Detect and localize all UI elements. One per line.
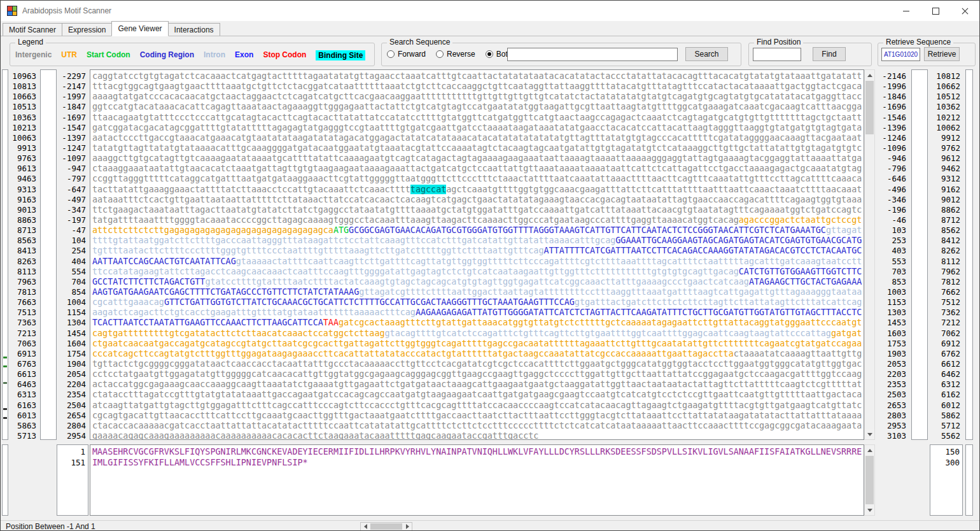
seq-segment-g: atcaagttatgattgtagcttgtggagatttctttcagcc… — [92, 400, 862, 410]
protein-panel[interactable]: MAASEHRCVGCGFRVKSLFIQYSPGNIRLMKCGNCKEVAD… — [90, 444, 864, 516]
sequence-row[interactable]: caggtatcctgtgtagatctcacaaactcatgagtacttt… — [92, 71, 864, 81]
sequence-row[interactable]: ctacaccacaaaaacgatcacctaattattattacatata… — [92, 421, 864, 431]
scroll-right-icon[interactable] — [403, 523, 412, 530]
sequence-row[interactable]: gaaaacagagcaaagaaaaaaaaacaaaaaaaaaacacac… — [92, 431, 864, 440]
seq-segment-g: gatcggatacgacatagcggattttgtatatttttagaga… — [92, 123, 862, 132]
sequence-row[interactable]: TCACTTAATCCTAATATTGAAGTTCCAAACTTCTTAAGCA… — [92, 318, 864, 328]
seq-segment-u: gatcgcactaaagtttcttgtattgattaaacatggtgtt… — [339, 318, 862, 327]
sequence-row[interactable]: cgcagtgacattgttaacacctttcattccttgcaaatgc… — [92, 411, 864, 421]
scrollbar-thumb[interactable] — [865, 456, 874, 504]
scroll-down-icon[interactable] — [865, 505, 874, 515]
sequence-row[interactable]: actaccatggcgagaaagcaaccaaaggcaagttaaatat… — [92, 379, 864, 390]
hscrollbar-thumb[interactable] — [370, 523, 402, 530]
sequence-row[interactable]: aagatctcagacttctgtcacctgaagatttgttttatgt… — [92, 308, 864, 318]
position-label: 7813 — [10, 287, 36, 297]
radio-forward[interactable]: Forward — [387, 50, 426, 59]
position-label: 9312 — [930, 174, 960, 184]
position-label: -2147 — [59, 81, 86, 92]
sequence-row[interactable]: GCCTATCTTCTTCTAGACTGTTgtatccttttgtatttta… — [92, 277, 864, 287]
search-input[interactable] — [507, 48, 678, 61]
sequence-row[interactable]: ctgaatcaacaatgaccagatgcatagccgtatgcttaat… — [92, 339, 864, 349]
sequence-row[interactable]: ttctgaagactaaataatttagacttaatatgtatatctt… — [92, 205, 864, 215]
position-label: 9162 — [930, 185, 960, 195]
position-label: 8112 — [930, 257, 960, 267]
sequence-row[interactable]: ttttgtattaatggatcttcttttgacccaattagggttt… — [92, 236, 864, 246]
sequence-panel[interactable]: caggtatcctgtgtagatctcacaaactcatgagtacttt… — [90, 69, 864, 440]
sequence-row[interactable]: tacttatattgaaaggaaactattttatcttaaacctcca… — [92, 185, 864, 195]
sequence-row[interactable]: ctaaaggaaataatattgtaacacatctaaatgattagtt… — [92, 164, 864, 174]
sequence-row[interactable]: ccggttagggtttttcataggcatgatttaatgatgataa… — [92, 174, 864, 184]
protein-scrollbar[interactable] — [864, 444, 875, 516]
position-label: 5712 — [930, 421, 960, 431]
protein-position-label: 300 — [930, 457, 960, 468]
position-label: 7963 — [10, 277, 36, 287]
close-button[interactable] — [950, 1, 979, 21]
gene-id-input[interactable] — [881, 48, 920, 61]
legend-items: IntergenicUTRStart CodonCoding RegionInt… — [15, 50, 365, 60]
protein-row[interactable]: MAASEHRCVGCGFRVKSLFIQYSPGNIRLMKCGNCKEVAD… — [92, 446, 864, 457]
sequence-scrollbar[interactable] — [864, 69, 875, 440]
maximize-button[interactable] — [921, 1, 950, 21]
sequence-row[interactable]: gatcggatacgacatagcggattttgtatatttttagaga… — [92, 123, 864, 133]
position-label: 403 — [878, 246, 906, 256]
sequence-row[interactable]: aaaagtatgatcccacacaacatgctaactaggaactctc… — [92, 92, 864, 102]
seq-segment-i: gtgatttactgatcttcttctcttcttagttcttattata… — [575, 297, 862, 307]
sequence-row[interactable]: tatatgttagttatatgtataaaacatttgcaaaggggat… — [92, 143, 864, 153]
protein-row[interactable]: IMLGIFISSYFKIFLLAMLVCCSFFSHLIPNIEVPNFLSI… — [92, 457, 864, 468]
position-label: 7663 — [10, 297, 36, 308]
position-label: 7512 — [930, 297, 960, 308]
sequence-row[interactable]: aatactcccttgaccgtaaacatgaaacatgtaatatata… — [92, 133, 864, 143]
search-button[interactable]: Search — [685, 47, 728, 61]
sequence-row[interactable]: cccatcagcttccagtatgtctttggtttggagataagag… — [92, 349, 864, 359]
sequence-row[interactable]: tatgattttaaattttggggtacaaataccccggcttaga… — [92, 215, 864, 225]
sequence-row[interactable]: tgttactctgcggggcgggatataactcaaccacctacaa… — [92, 359, 864, 369]
sequence-row[interactable]: ttccatatagaagtattcttagacctcaagcaacaaactc… — [92, 267, 864, 277]
scroll-down-icon[interactable] — [865, 429, 874, 439]
overview-mark — [3, 357, 7, 358]
status-hscrollbar[interactable] — [360, 522, 412, 531]
position-label: 2053 — [878, 359, 906, 369]
legend-intergenic: Intergenic — [15, 50, 52, 60]
tab-gene-viewer[interactable]: Gene Viewer — [111, 21, 168, 36]
seq-segment-g: caggtatcctgtgtagatctcacaaactcatgagtacttt… — [92, 71, 862, 81]
scroll-up-icon[interactable] — [865, 445, 874, 455]
sequence-row[interactable]: ttaacagaatgtatttccctcccattgcatagtacacttc… — [92, 113, 864, 123]
seq-segment-g: agctcaaatgttttggtgtggcaaacgaagatttattctt… — [446, 185, 862, 194]
position-label: 5562 — [930, 431, 960, 440]
sequence-row[interactable]: tttacgtggcagtgaagtgaacttttaaatgctgttctct… — [92, 81, 864, 92]
sequence-row[interactable]: aaaggcttgtgcatagttgtcaaaagaatataaaatgcat… — [92, 153, 864, 164]
sequence-row[interactable]: cgcatttgaaacagGTTCTGATTGGTGTCTTATCTGCAAA… — [92, 297, 864, 308]
scrollbar-thumb[interactable] — [865, 81, 874, 134]
scroll-up-icon[interactable] — [865, 70, 874, 80]
position-label: 8412 — [930, 236, 960, 246]
find-position-input[interactable] — [753, 48, 801, 61]
seq-segment-s: ATG — [333, 225, 349, 235]
position-label: 8563 — [10, 236, 36, 246]
search-sequence-groupbox: Search Sequence ForwardReverseBoth Searc… — [381, 43, 741, 66]
seq-segment-c: TCACTTAATCCTAATATTGAAGTTCCAAACTTCTTAAGCA… — [92, 318, 323, 327]
sequence-row[interactable]: aataaatttctcactgttgaattaataattatttttctta… — [92, 195, 864, 205]
radio-reverse[interactable]: Reverse — [436, 50, 475, 59]
sequence-row[interactable]: cagtgatttttttttgtcgatatacttctcttaacatcaa… — [92, 329, 864, 339]
retrieve-button[interactable]: Retrieve — [924, 47, 960, 61]
retrieve-sequence-groupbox: Retrieve Sequence Retrieve — [878, 43, 976, 66]
sequence-row[interactable]: ggtccatgtacataaacacattcagagttaaataactaga… — [92, 102, 864, 112]
tab-motif-scanner[interactable]: Motif Scanner — [3, 23, 62, 36]
sequence-row[interactable]: AATTAATCCAGCAACTGTCAATATTCAGgtaaaaactatt… — [92, 257, 864, 267]
tab-interactions[interactable]: Interactions — [168, 23, 220, 36]
radio-circle-icon — [486, 50, 493, 58]
position-label: -1547 — [59, 123, 86, 133]
sequence-row[interactable]: AAGTGATGAAGAATCGAGCTTTTCTGATAGCCCTGTTCTT… — [92, 287, 864, 297]
minimize-button[interactable] — [892, 1, 921, 21]
scroll-left-icon[interactable] — [361, 523, 370, 530]
find-button[interactable]: Find — [813, 47, 846, 61]
sequence-row[interactable]: tgttttaatacttcttttcccttttgggtgttttccctaa… — [92, 246, 864, 256]
sequence-row[interactable]: cctcctatgaatgttggagatatgttgggggcatcaacac… — [92, 369, 864, 379]
seq-segment-g: ggtccatgtacataaacacattcagagttaaataactaga… — [92, 102, 862, 111]
position-label: 10362 — [930, 102, 960, 112]
sequence-row[interactable]: atcaagttatgattgtagcttgtggagatttctttcagcc… — [92, 400, 864, 411]
sequence-row[interactable]: ctatacctttagatccgtttgtatgtatataaattgacca… — [92, 390, 864, 400]
tab-expression[interactable]: Expression — [62, 23, 112, 36]
seq-segment-c: AAGTGATGAAGAATCGAGCTTTTCTGATAGCCCTGTTCTT… — [92, 287, 359, 297]
sequence-row[interactable]: attcttcttctcttgagagagagagagagagagagagaga… — [92, 225, 864, 236]
